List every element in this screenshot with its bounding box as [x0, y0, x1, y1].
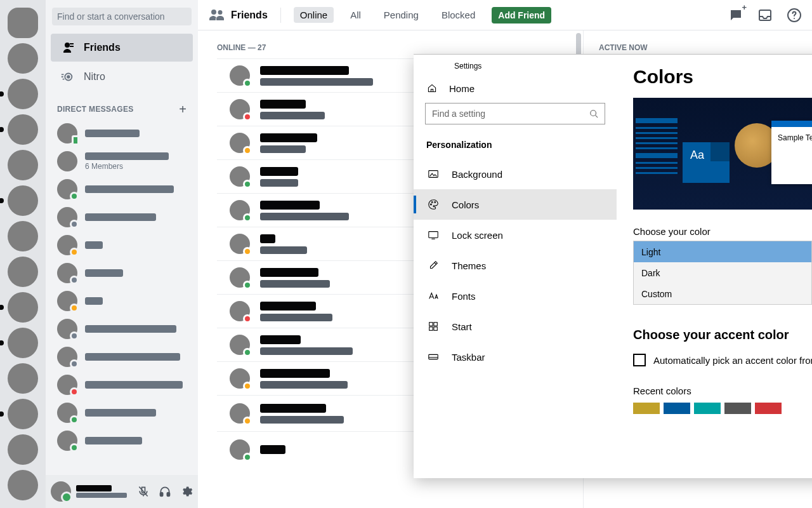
dm-item[interactable] — [51, 175, 193, 203]
window-title: Settings — [414, 60, 617, 72]
dm-avatar — [57, 375, 77, 395]
fonts-icon — [428, 290, 439, 302]
server-rail — [0, 0, 46, 508]
color-swatch[interactable] — [664, 403, 690, 414]
home-server[interactable] — [8, 8, 38, 38]
nav-label: Themes — [452, 260, 486, 271]
nav-fonts[interactable]: Fonts — [414, 281, 617, 311]
background-icon — [428, 168, 439, 180]
friend-avatar — [230, 65, 250, 86]
colors-icon — [428, 199, 439, 210]
nav-label: Taskbar — [452, 352, 485, 363]
server-icon[interactable] — [8, 43, 38, 74]
dm-item[interactable]: 6 Members — [51, 147, 193, 175]
checkbox-icon[interactable] — [633, 354, 646, 366]
personalization-section-label: Personalization — [414, 136, 617, 159]
dm-avatar — [57, 403, 77, 423]
nav-background[interactable]: Background — [414, 159, 617, 189]
theme-preview: Aa Sample Text ur Dreams — [633, 98, 812, 210]
choose-color-label: Choose your color — [633, 226, 812, 237]
friend-avatar — [230, 267, 250, 288]
dm-item[interactable] — [51, 287, 193, 315]
filter-online[interactable]: Online — [294, 7, 334, 23]
dm-item[interactable] — [51, 399, 193, 427]
help-icon[interactable] — [787, 8, 802, 23]
server-icon[interactable] — [8, 399, 38, 429]
add-friend-button[interactable]: Add Friend — [492, 7, 551, 23]
settings-content-panel: Colors Aa Sample Text ur Dreams Choose y… — [617, 55, 812, 478]
windows-settings-window: Settings Home Find a setting Personaliza… — [414, 54, 812, 478]
server-icon[interactable] — [8, 114, 38, 145]
server-icon[interactable] — [8, 79, 38, 109]
server-icon[interactable] — [8, 221, 38, 251]
dm-item[interactable] — [51, 371, 193, 399]
nav-lock-screen[interactable]: Lock screen — [414, 220, 617, 250]
friend-avatar — [230, 301, 250, 321]
settings-search-input[interactable]: Find a setting — [425, 103, 605, 124]
dm-avatar — [57, 151, 77, 171]
dm-item[interactable] — [51, 231, 193, 259]
server-icon[interactable] — [8, 292, 38, 323]
nav-colors[interactable]: Colors — [414, 189, 617, 220]
dm-avatar — [57, 123, 77, 144]
friend-avatar — [230, 335, 250, 355]
filter-all[interactable]: All — [344, 7, 367, 23]
home-icon — [426, 83, 438, 94]
color-swatch[interactable] — [755, 403, 782, 414]
self-avatar[interactable] — [51, 481, 71, 502]
dropdown-option-custom[interactable]: Custom — [634, 283, 811, 304]
dm-avatar — [57, 347, 77, 367]
dm-avatar — [57, 207, 77, 227]
friends-icon — [60, 40, 75, 55]
friend-avatar — [230, 99, 250, 119]
svg-rect-21 — [429, 327, 433, 330]
nav-taskbar[interactable]: Taskbar — [414, 342, 617, 372]
new-group-dm-icon[interactable] — [728, 8, 743, 23]
server-icon[interactable] — [8, 185, 38, 216]
conversation-search[interactable]: Find or start a conversation — [52, 8, 192, 25]
mute-mic-icon[interactable] — [137, 485, 150, 498]
friend-avatar — [230, 439, 250, 460]
server-icon[interactable] — [8, 328, 38, 358]
dm-item[interactable] — [51, 343, 193, 371]
nitro-nav-item[interactable]: Nitro — [51, 63, 193, 91]
filter-pending[interactable]: Pending — [377, 7, 425, 23]
server-icon[interactable] — [8, 150, 38, 180]
nav-label: Fonts — [452, 291, 476, 302]
color-swatch[interactable] — [633, 403, 660, 414]
filter-blocked[interactable]: Blocked — [435, 7, 481, 23]
nav-label: Background — [452, 169, 502, 180]
settings-home-link[interactable]: Home — [414, 72, 617, 103]
dm-item[interactable] — [51, 315, 193, 343]
dm-sidebar: Find or start a conversation Friends Nit… — [46, 0, 198, 508]
friend-avatar — [230, 200, 250, 220]
friends-nav-item[interactable]: Friends — [51, 34, 193, 62]
headphones-icon[interactable] — [159, 485, 171, 498]
nav-themes[interactable]: Themes — [414, 250, 617, 281]
inbox-icon[interactable] — [757, 8, 773, 23]
dm-item[interactable] — [51, 119, 193, 147]
page-title: Colors — [633, 66, 812, 88]
dropdown-option-light[interactable]: Light — [634, 241, 811, 262]
color-swatch[interactable] — [724, 403, 751, 414]
server-icon[interactable] — [8, 363, 38, 394]
dm-item[interactable] — [51, 203, 193, 231]
server-icon[interactable] — [8, 434, 38, 465]
color-mode-dropdown[interactable]: Light Dark Custom — [633, 241, 812, 305]
dm-item[interactable] — [51, 427, 193, 455]
color-swatch[interactable] — [694, 403, 721, 414]
user-settings-icon[interactable] — [180, 485, 193, 498]
auto-accent-checkbox-row[interactable]: Automatically pick an accent color from — [633, 354, 812, 366]
server-icon[interactable] — [8, 470, 38, 500]
nav-start[interactable]: Start — [414, 311, 617, 342]
dm-avatar — [57, 263, 77, 283]
server-icon[interactable] — [8, 257, 38, 287]
dm-section-header: DIRECT MESSAGES — [57, 105, 134, 114]
dm-item[interactable] — [51, 259, 193, 287]
settings-search-placeholder: Find a setting — [432, 109, 485, 119]
svg-point-15 — [431, 204, 432, 205]
svg-rect-20 — [434, 323, 437, 326]
create-dm-button[interactable]: + — [179, 103, 187, 116]
dropdown-option-dark[interactable]: Dark — [634, 262, 811, 283]
active-now-heading: ACTIVE NOW — [599, 43, 797, 52]
